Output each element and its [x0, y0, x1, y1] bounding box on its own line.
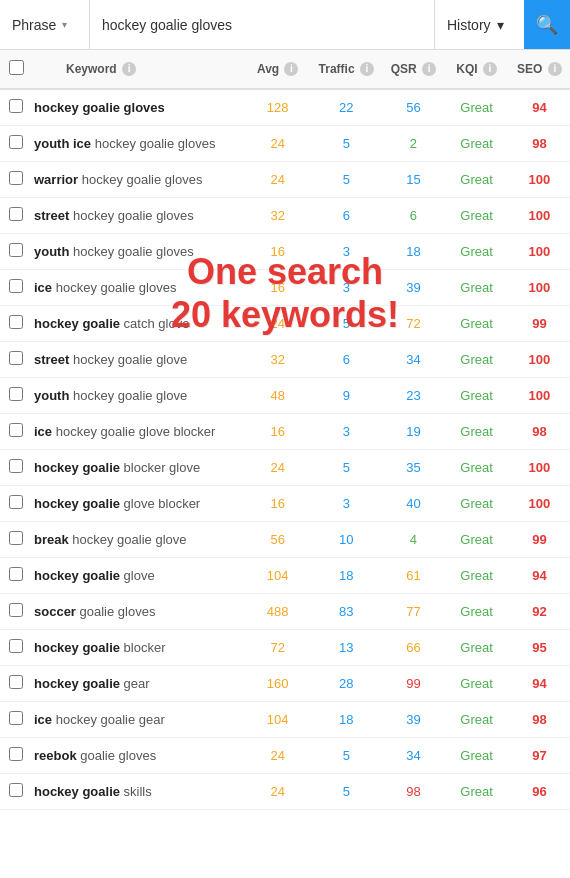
- kqi-cell-11: Great: [444, 486, 509, 522]
- traffic-cell-10: 5: [310, 450, 383, 486]
- row-checkbox-14[interactable]: [9, 603, 23, 617]
- seo-info-icon[interactable]: i: [548, 62, 562, 76]
- kqi-cell-0: Great: [444, 89, 509, 126]
- keyword-cell-16: hockey goalie gear: [30, 666, 245, 702]
- seo-cell-11: 100: [509, 486, 570, 522]
- avg-cell-18: 24: [245, 738, 310, 774]
- row-checkbox-cell-15: [0, 630, 30, 666]
- avg-cell-4: 16: [245, 234, 310, 270]
- keyword-cell-2: warrior hockey goalie gloves: [30, 162, 245, 198]
- seo-cell-13: 94: [509, 558, 570, 594]
- row-checkbox-4[interactable]: [9, 243, 23, 257]
- qsr-cell-12: 4: [383, 522, 445, 558]
- seo-cell-16: 94: [509, 666, 570, 702]
- row-checkbox-8[interactable]: [9, 387, 23, 401]
- keyword-info-icon[interactable]: i: [122, 62, 136, 76]
- search-input[interactable]: [90, 17, 434, 33]
- row-checkbox-2[interactable]: [9, 171, 23, 185]
- history-dropdown[interactable]: History ▾: [434, 0, 524, 49]
- seo-cell-12: 99: [509, 522, 570, 558]
- avg-cell-5: 16: [245, 270, 310, 306]
- table-row: hockey goalie gloves1282256Great94: [0, 89, 570, 126]
- traffic-info-icon[interactable]: i: [360, 62, 374, 76]
- row-checkbox-17[interactable]: [9, 711, 23, 725]
- search-button[interactable]: 🔍: [524, 0, 570, 49]
- row-checkbox-cell-1: [0, 126, 30, 162]
- keyword-normal: glove: [120, 568, 155, 583]
- avg-cell-10: 24: [245, 450, 310, 486]
- qsr-cell-10: 35: [383, 450, 445, 486]
- seo-cell-6: 99: [509, 306, 570, 342]
- keyword-bold: youth: [34, 244, 69, 259]
- keyword-cell-18: reebok goalie gloves: [30, 738, 245, 774]
- row-checkbox-15[interactable]: [9, 639, 23, 653]
- keyword-normal: blocker glove: [120, 460, 200, 475]
- seo-cell-7: 100: [509, 342, 570, 378]
- keyword-normal: goalie gloves: [77, 748, 157, 763]
- keyword-normal: gear: [120, 676, 150, 691]
- qsr-cell-7: 34: [383, 342, 445, 378]
- keyword-cell-6: hockey goalie catch glove: [30, 306, 245, 342]
- seo-cell-1: 98: [509, 126, 570, 162]
- row-checkbox-18[interactable]: [9, 747, 23, 761]
- keyword-normal: hockey goalie glove blocker: [52, 424, 215, 439]
- keyword-normal: hockey goalie gloves: [91, 136, 215, 151]
- row-checkbox-11[interactable]: [9, 495, 23, 509]
- keyword-cell-11: hockey goalie glove blocker: [30, 486, 245, 522]
- row-checkbox-0[interactable]: [9, 99, 23, 113]
- keyword-bold: youth: [34, 388, 69, 403]
- avg-cell-14: 488: [245, 594, 310, 630]
- row-checkbox-cell-19: [0, 774, 30, 810]
- kqi-info-icon[interactable]: i: [483, 62, 497, 76]
- row-checkbox-19[interactable]: [9, 783, 23, 797]
- row-checkbox-cell-8: [0, 378, 30, 414]
- qsr-cell-8: 23: [383, 378, 445, 414]
- row-checkbox-cell-14: [0, 594, 30, 630]
- row-checkbox-10[interactable]: [9, 459, 23, 473]
- avg-cell-7: 32: [245, 342, 310, 378]
- keyword-bold: ice: [34, 424, 52, 439]
- table-body: hockey goalie gloves1282256Great94youth …: [0, 89, 570, 810]
- select-all-checkbox[interactable]: [9, 60, 24, 75]
- seo-cell-8: 100: [509, 378, 570, 414]
- avg-cell-2: 24: [245, 162, 310, 198]
- phrase-dropdown[interactable]: Phrase ▾: [0, 0, 90, 49]
- keyword-cell-15: hockey goalie blocker: [30, 630, 245, 666]
- row-checkbox-7[interactable]: [9, 351, 23, 365]
- traffic-cell-13: 18: [310, 558, 383, 594]
- table-row: hockey goalie glove1041861Great94: [0, 558, 570, 594]
- avg-cell-0: 128: [245, 89, 310, 126]
- row-checkbox-cell-13: [0, 558, 30, 594]
- row-checkbox-3[interactable]: [9, 207, 23, 221]
- traffic-cell-19: 5: [310, 774, 383, 810]
- keyword-bold: street: [34, 208, 69, 223]
- qsr-cell-16: 99: [383, 666, 445, 702]
- table-row: hockey goalie gear1602899Great94: [0, 666, 570, 702]
- row-checkbox-5[interactable]: [9, 279, 23, 293]
- keyword-bold: hockey goalie: [34, 568, 120, 583]
- row-checkbox-6[interactable]: [9, 315, 23, 329]
- table-row: reebok goalie gloves24534Great97: [0, 738, 570, 774]
- row-checkbox-12[interactable]: [9, 531, 23, 545]
- kqi-cell-16: Great: [444, 666, 509, 702]
- kqi-cell-4: Great: [444, 234, 509, 270]
- keyword-normal: glove blocker: [120, 496, 200, 511]
- table-row: hockey goalie glove blocker16340Great100: [0, 486, 570, 522]
- avg-cell-15: 72: [245, 630, 310, 666]
- row-checkbox-16[interactable]: [9, 675, 23, 689]
- row-checkbox-13[interactable]: [9, 567, 23, 581]
- avg-info-icon[interactable]: i: [284, 62, 298, 76]
- keyword-normal: hockey goalie gear: [52, 712, 165, 727]
- keyword-cell-13: hockey goalie glove: [30, 558, 245, 594]
- avg-cell-13: 104: [245, 558, 310, 594]
- kqi-cell-5: Great: [444, 270, 509, 306]
- qsr-info-icon[interactable]: i: [422, 62, 436, 76]
- avg-cell-11: 16: [245, 486, 310, 522]
- table-container: One search 20 keywords! Keyword i Avg i …: [0, 50, 570, 810]
- table-row: youth ice hockey goalie gloves2452Great9…: [0, 126, 570, 162]
- row-checkbox-9[interactable]: [9, 423, 23, 437]
- avg-cell-6: 24: [245, 306, 310, 342]
- row-checkbox-1[interactable]: [9, 135, 23, 149]
- header-checkbox-cell: [0, 50, 30, 89]
- keyword-normal: hockey goalie gloves: [52, 280, 176, 295]
